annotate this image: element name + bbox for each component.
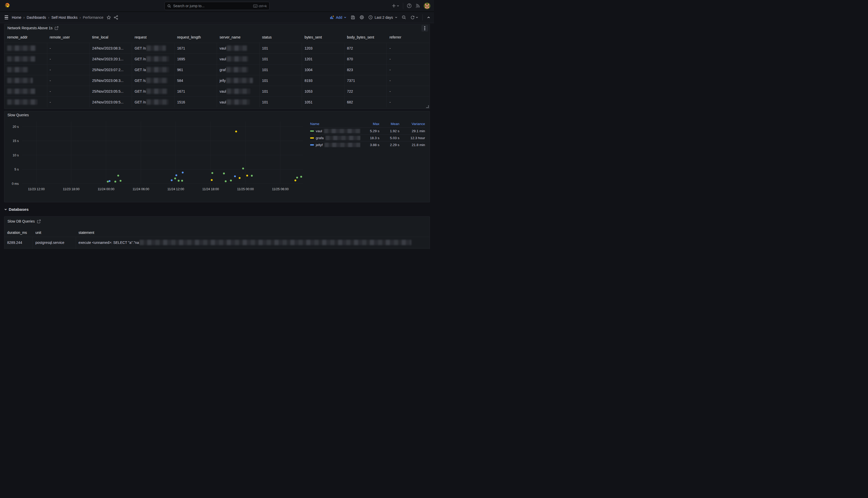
star-icon [106, 15, 111, 20]
table-row[interactable]: -24/Nov/2023:20:1...GET /n1695vaul101120… [5, 53, 429, 64]
column-header-remote_addr[interactable]: remote_addr [5, 33, 47, 43]
new-menu-button[interactable] [392, 4, 399, 8]
column-header-request[interactable]: request [132, 33, 175, 43]
scatter-point[interactable] [107, 181, 109, 183]
legend-max: 5.29 s [361, 129, 379, 133]
series-color-pill [310, 144, 314, 146]
share-icon [114, 15, 118, 20]
menu-toggle-button[interactable] [4, 14, 9, 21]
scatter-point[interactable] [235, 131, 237, 132]
scatter-point[interactable] [211, 172, 213, 174]
panel-title[interactable]: Network Requests Above 1s [8, 26, 53, 30]
scatter-point[interactable] [181, 180, 183, 182]
legend-header-variance[interactable]: Variance [399, 122, 425, 126]
cell-text: 24/Nov/2023:08:3... [92, 46, 123, 50]
table-row[interactable]: -24/Nov/2023:08:3...GET /n1671vaul101120… [5, 43, 429, 53]
panel-menu-button[interactable] [421, 25, 428, 31]
save-dashboard-button[interactable] [351, 15, 355, 20]
scatter-point[interactable] [239, 177, 241, 179]
cell-text: 961 [177, 68, 183, 72]
column-header-time_local[interactable]: time_local [90, 33, 132, 43]
user-avatar[interactable] [424, 3, 430, 9]
scatter-point[interactable] [120, 180, 121, 182]
external-link-icon[interactable] [55, 26, 58, 30]
row-toggle-databases[interactable]: Databases [4, 207, 29, 212]
scatter-point[interactable] [295, 180, 296, 181]
panel-resize-handle[interactable] [426, 105, 429, 108]
scatter-point[interactable] [246, 174, 248, 176]
table-row[interactable]: 5684.154postgresql.serviceexecute <unnam… [5, 248, 429, 249]
panel-title[interactable]: Slow Queries [8, 113, 29, 117]
cell-request: GET /n [132, 53, 175, 64]
news-button[interactable] [415, 3, 420, 8]
cell-remote_user: - [47, 75, 90, 86]
legend-header-name[interactable]: Name [310, 122, 361, 126]
column-header-unit[interactable]: unit [33, 228, 76, 237]
legend-series-name[interactable]: vaul [310, 129, 361, 133]
scatter-point[interactable] [251, 175, 253, 176]
cell-server_name: jelly [217, 75, 260, 86]
scatter-point[interactable] [211, 179, 213, 181]
legend-header-mean[interactable]: Mean [379, 122, 399, 126]
column-header-duration_ms[interactable]: duration_ms [5, 228, 33, 237]
breadcrumb-item[interactable]: Home [12, 15, 21, 19]
cell-unit: postgresql.service [33, 237, 76, 248]
scatter-point[interactable] [109, 180, 110, 182]
scatter-point[interactable] [175, 174, 177, 176]
add-panel-button[interactable]: Add [330, 15, 347, 19]
series-name-text: grafa [316, 136, 324, 140]
scatter-point[interactable] [171, 180, 173, 181]
table-row[interactable]: -25/Nov/2023:06:3...GET /s584jelly101819… [5, 75, 429, 86]
cell-request: GET /n [132, 96, 175, 107]
scatter-point[interactable] [300, 176, 302, 178]
column-header-bytes_sent[interactable]: bytes_sent [302, 33, 344, 43]
dashboard-settings-button[interactable] [360, 15, 364, 20]
cell-remote_user: - [47, 96, 90, 107]
help-icon [407, 3, 412, 8]
column-header-server_name[interactable]: server_name [217, 33, 260, 43]
collapse-toolbar-button[interactable] [427, 16, 430, 19]
search-input[interactable]: Search or jump to... ctrl+k [164, 2, 270, 10]
column-header-request_length[interactable]: request_length [174, 33, 217, 43]
column-header-body_bytes_sent[interactable]: body_bytes_sent [344, 33, 387, 43]
table-row[interactable]: -24/Nov/2023:09:5...GET /n1516vaul101105… [5, 96, 429, 107]
legend-header-max[interactable]: Max [361, 122, 379, 126]
legend-series-name[interactable]: jellyf [310, 143, 361, 147]
help-button[interactable] [407, 3, 412, 8]
scatter-point[interactable] [182, 171, 184, 173]
slow-queries-chart[interactable]: 0 ms5 s10 s15 s20 s11/23 12:0011/23 18:0… [5, 119, 311, 197]
breadcrumb-item[interactable]: Dashboards [27, 15, 46, 19]
table-row[interactable]: 8289.244postgresql.serviceexecute <unnam… [5, 237, 429, 248]
table-row[interactable]: -25/Nov/2023:07:2...GET /a961graf1011004… [5, 64, 429, 75]
scatter-point[interactable] [234, 175, 236, 177]
series-name-text: jellyf [316, 143, 323, 147]
share-button[interactable] [114, 15, 118, 20]
column-header-statement[interactable]: statement [76, 228, 429, 237]
breadcrumb-item[interactable]: Self Host Blocks [51, 15, 78, 19]
redacted-block [7, 56, 36, 62]
external-link-icon[interactable] [37, 220, 41, 223]
grafana-logo[interactable] [4, 2, 11, 9]
legend-series-name[interactable]: grafa [310, 135, 361, 141]
scatter-point[interactable] [242, 168, 244, 169]
scatter-point[interactable] [296, 176, 298, 179]
scatter-point[interactable] [223, 172, 225, 174]
cell-body_bytes_sent: 823 [344, 64, 387, 75]
scatter-point[interactable] [178, 180, 179, 182]
panel-title[interactable]: Slow DB Queries [8, 219, 35, 223]
favorite-star-button[interactable] [106, 15, 111, 20]
scatter-point[interactable] [117, 174, 119, 176]
column-header-referrer[interactable]: referrer [387, 33, 429, 43]
cell-text: jelly [220, 79, 226, 83]
scatter-point[interactable] [230, 180, 232, 182]
scatter-point[interactable] [174, 178, 176, 179]
zoom-out-button[interactable] [402, 15, 406, 20]
scatter-point[interactable] [225, 181, 227, 182]
column-header-status[interactable]: status [260, 33, 302, 43]
table-row[interactable]: -25/Nov/2023:05:5...GET /n1671vaul101105… [5, 86, 429, 96]
cell-body_bytes_sent: 870 [344, 53, 387, 64]
time-range-picker[interactable]: Last 2 days [368, 15, 397, 19]
scatter-point[interactable] [114, 181, 116, 183]
column-header-remote_user[interactable]: remote_user [47, 33, 90, 43]
refresh-button[interactable] [410, 15, 418, 19]
